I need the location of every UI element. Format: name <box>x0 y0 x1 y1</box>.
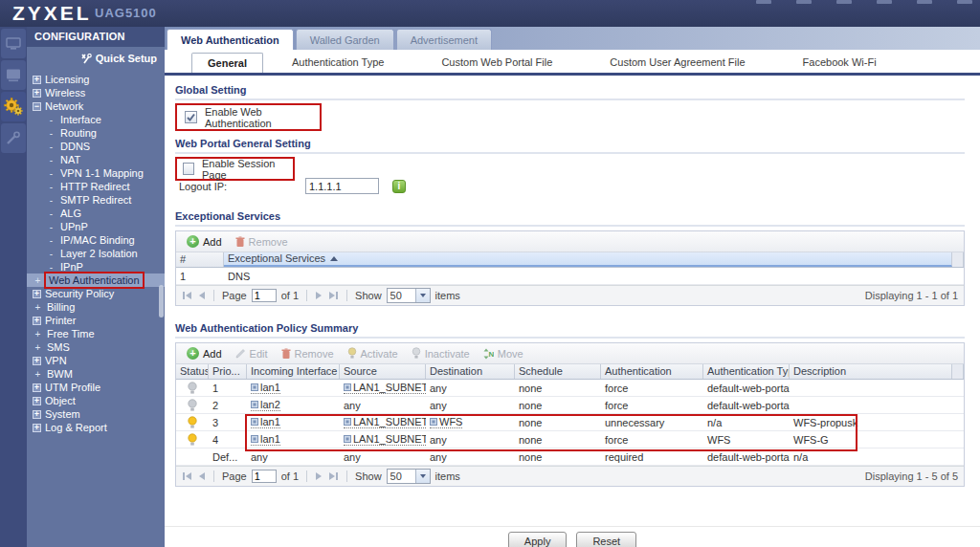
next-page-icon[interactable] <box>315 291 323 300</box>
collapse-icon[interactable]: − <box>33 102 41 111</box>
column-schedule[interactable]: Schedule <box>515 364 601 379</box>
column-incoming-interface[interactable]: Incoming Interface <box>247 364 340 379</box>
sidebar-item-billing[interactable]: +Billing <box>27 300 165 314</box>
monitor-icon[interactable] <box>1 60 26 90</box>
apply-button[interactable]: Apply <box>508 532 568 547</box>
next-page-icon[interactable] <box>315 471 323 481</box>
policy-row[interactable]: 3lan1LAN1_SUBNETWFSnoneunnecessaryn/aWFS… <box>176 414 964 431</box>
add-button[interactable]: + Add <box>182 231 227 252</box>
edit-button[interactable]: Edit <box>231 343 273 363</box>
sidebar-item-smtp-redirect[interactable]: -SMTP Redirect <box>27 193 165 207</box>
page-number-input[interactable] <box>252 289 277 302</box>
subtab-general[interactable]: General <box>191 53 263 73</box>
exceptional-row[interactable]: 1 DNS <box>176 268 964 285</box>
column-authentication[interactable]: Authentication <box>601 364 703 379</box>
sidebar-item-ip-mac-binding[interactable]: -IP/MAC Binding <box>27 233 165 247</box>
sidebar-item-sms[interactable]: +SMS <box>27 340 165 354</box>
cell-source[interactable]: LAN1_SUBNET <box>340 382 426 394</box>
cell-interface[interactable]: lan1 <box>247 382 340 394</box>
sidebar-item-security-policy[interactable]: +Security Policy <box>27 287 165 300</box>
previous-page-icon[interactable] <box>198 471 206 481</box>
sidebar-item-web-authentication[interactable]: +Web Authentication <box>27 274 165 287</box>
expand-icon[interactable]: + <box>33 317 41 325</box>
cell-interface[interactable]: lan1 <box>247 416 340 428</box>
cell-source[interactable]: LAN1_SUBNET <box>340 416 426 428</box>
quick-setup-link[interactable]: Quick Setup <box>27 47 165 70</box>
page-size-select[interactable]: 50 <box>387 469 431 484</box>
sidebar-item-network[interactable]: −Network <box>27 99 165 113</box>
cell-destination[interactable]: WFS <box>426 416 515 428</box>
sidebar-item-bwm[interactable]: +BWM <box>27 367 165 381</box>
column-number[interactable]: # <box>176 252 224 267</box>
column-priority[interactable]: Prio... <box>209 364 247 379</box>
cell-interface[interactable]: lan1 <box>247 433 340 446</box>
expand-icon[interactable]: + <box>33 76 41 84</box>
activate-button[interactable]: Activate <box>343 343 403 363</box>
sidebar-item-ddns[interactable]: -DDNS <box>27 140 165 153</box>
sidebar-item-vpn[interactable]: +VPN <box>27 354 165 367</box>
expand-icon[interactable]: + <box>33 357 41 365</box>
policy-row[interactable]: 4lan1LAN1_SUBNETanynoneforceWFSWFS-G <box>176 431 964 449</box>
sidebar-item-object[interactable]: +Object <box>27 394 165 407</box>
sidebar-item-wireless[interactable]: +Wireless <box>27 86 165 99</box>
sidebar-item-upnp[interactable]: -UPnP <box>27 220 165 233</box>
page-number-input[interactable] <box>252 470 277 483</box>
first-page-icon[interactable] <box>182 471 193 481</box>
sidebar-item-system[interactable]: +System <box>27 407 165 421</box>
column-source[interactable]: Source <box>340 364 426 379</box>
previous-page-icon[interactable] <box>198 291 206 300</box>
page-size-select[interactable]: 50 <box>387 288 431 303</box>
subtab-custom-web-portal-file[interactable]: Custom Web Portal File <box>426 53 568 73</box>
sidebar-item-layer-2-isolation[interactable]: -Layer 2 Isolation <box>27 247 165 260</box>
reset-button[interactable]: Reset <box>576 532 636 547</box>
sidebar-item-alg[interactable]: -ALG <box>27 207 165 220</box>
tab-walled-garden[interactable]: Walled Garden <box>296 29 394 50</box>
remove-button[interactable]: Remove <box>231 231 293 252</box>
expand-icon[interactable]: + <box>33 290 41 298</box>
last-page-icon[interactable] <box>327 471 339 481</box>
move-button[interactable]: N Move <box>479 343 528 363</box>
sidebar-item-licensing[interactable]: +Licensing <box>27 73 165 86</box>
policy-row[interactable]: Def...anyanyanynonerequireddefault-web-p… <box>176 449 964 466</box>
sidebar-item-routing[interactable]: -Routing <box>27 126 165 140</box>
sidebar-item-nat[interactable]: -NAT <box>27 153 165 166</box>
expand-icon[interactable]: + <box>33 89 41 98</box>
expand-icon[interactable]: + <box>33 410 41 419</box>
info-icon[interactable]: i <box>392 180 406 193</box>
subtab-facebook-wifi[interactable]: Facebook Wi-Fi <box>788 53 892 73</box>
dashboard-icon[interactable] <box>1 29 26 58</box>
column-exceptional-services[interactable]: Exceptional Services <box>224 252 952 267</box>
expand-icon[interactable]: + <box>33 383 41 392</box>
first-page-icon[interactable] <box>182 291 193 300</box>
column-description[interactable]: Description <box>790 364 952 379</box>
configuration-icon[interactable] <box>1 92 26 121</box>
sidebar-item-printer[interactable]: +Printer <box>27 314 165 327</box>
sidebar-item-http-redirect[interactable]: -HTTP Redirect <box>27 180 165 193</box>
expand-icon[interactable]: + <box>33 424 41 432</box>
tab-web-authentication[interactable]: Web Authentication <box>167 29 294 50</box>
inactivate-button[interactable]: Inactivate <box>407 343 475 363</box>
maintenance-icon[interactable] <box>1 123 26 153</box>
subtab-authentication-type[interactable]: Authentication Type <box>277 53 399 73</box>
remove-button[interactable]: Remove <box>277 343 339 363</box>
cell-interface[interactable]: lan2 <box>247 399 340 411</box>
policy-row[interactable]: 2lan2anyanynoneforcedefault-web-portal <box>176 397 964 414</box>
subtab-custom-user-agreement-file[interactable]: Custom User Agreement File <box>594 53 760 73</box>
column-destination[interactable]: Destination <box>426 364 515 379</box>
column-status[interactable]: Status <box>176 364 209 379</box>
sidebar-item-free-time[interactable]: +Free Time <box>27 327 165 340</box>
sidebar-item-vpn-1-1-mapping[interactable]: -VPN 1-1 Mapping <box>27 166 165 180</box>
sidebar-scrollbar[interactable] <box>159 285 164 317</box>
sidebar-item-interface[interactable]: -Interface <box>27 113 165 126</box>
enable-session-page-checkbox[interactable] <box>183 163 194 175</box>
sidebar-item-log-report[interactable]: +Log & Report <box>27 421 165 434</box>
sidebar-item-utm-profile[interactable]: +UTM Profile <box>27 381 165 394</box>
last-page-icon[interactable] <box>327 291 339 300</box>
tab-advertisement[interactable]: Advertisement <box>396 29 492 50</box>
add-button[interactable]: + Add <box>182 343 227 363</box>
expand-icon[interactable]: + <box>33 397 41 405</box>
cell-source[interactable]: LAN1_SUBNET <box>340 433 426 446</box>
enable-web-authentication-checkbox[interactable] <box>185 111 197 123</box>
column-authentication-type[interactable]: Authentication Type <box>703 364 790 379</box>
logout-ip-input[interactable] <box>305 178 379 194</box>
